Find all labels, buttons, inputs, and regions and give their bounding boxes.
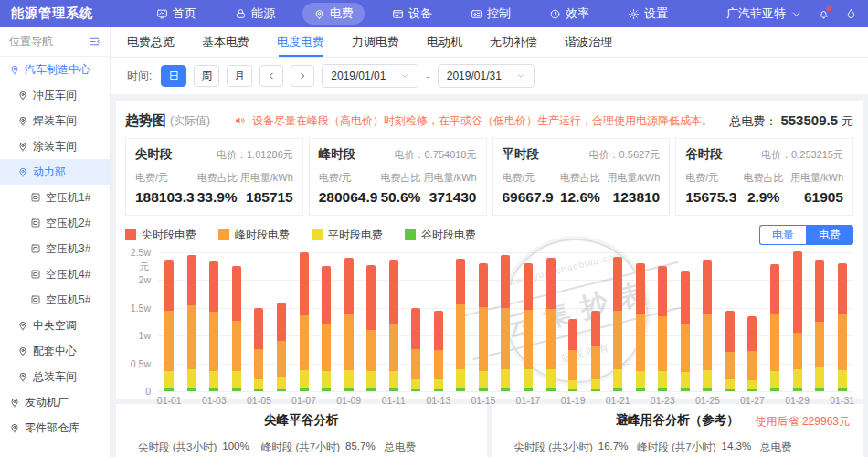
sidebar-item-汽车制造中心[interactable]: 汽车制造中心 xyxy=(0,57,110,82)
analysis-metric-header: 尖时段 (共3小时)16.7% xyxy=(514,441,618,454)
bar-segment-峰时段电费 xyxy=(613,311,622,369)
bar-segment-尖时段电费 xyxy=(501,255,510,308)
end-date-select[interactable]: 2019/01/31 xyxy=(438,64,535,88)
total-fee: 总电费： 553509.5 元 xyxy=(729,112,853,130)
time-mode-周[interactable]: 周 xyxy=(194,65,219,87)
bar-01-15: 01-15 xyxy=(472,252,495,391)
legend-item-谷时段电费[interactable]: 谷时段电费 xyxy=(405,228,476,243)
bar-segment-峰时段电费 xyxy=(546,309,556,369)
bar-01-03: 01-03 xyxy=(203,252,226,391)
bar-01-31: 01-31 xyxy=(831,252,853,391)
card-metric-value: 12.6% xyxy=(560,189,600,206)
bar-segment-尖时段电费 xyxy=(479,263,488,306)
card-header: 平时段电价：0.5627元 xyxy=(503,146,661,163)
bar-segment-峰时段电费 xyxy=(793,333,802,369)
next-period-button[interactable] xyxy=(291,65,314,87)
sidebar-item-label: 汽车制造中心 xyxy=(25,62,90,78)
bar-segment-谷时段电费 xyxy=(747,389,757,391)
bar-stack xyxy=(411,308,420,391)
bar-segment-谷时段电费 xyxy=(546,388,556,391)
bar-stack xyxy=(793,251,802,391)
bar-segment-峰时段电费 xyxy=(277,341,286,377)
tab-电度电费[interactable]: 电度电费 xyxy=(277,27,324,57)
pin-icon xyxy=(17,90,28,101)
notifications-bell-icon[interactable] xyxy=(818,8,830,20)
nav-item-能源[interactable]: 能源 xyxy=(224,3,286,25)
caret-right-icon xyxy=(298,71,307,80)
bar-segment-平时段电费 xyxy=(838,370,847,388)
card-period-name: 谷时段 xyxy=(685,146,723,163)
bar-segment-平时段电费 xyxy=(277,377,286,389)
bar-stack xyxy=(524,263,533,391)
legend-swatch xyxy=(405,229,416,240)
sidebar-item-空压机3#[interactable]: 空压机3# xyxy=(0,236,110,261)
user-menu[interactable]: 广汽菲亚特 xyxy=(726,5,802,22)
total-fee-label: 总电费： xyxy=(729,113,777,130)
time-mode-日[interactable]: 日 xyxy=(161,65,186,87)
time-mode-月[interactable]: 月 xyxy=(227,65,252,87)
start-date-select[interactable]: 2019/01/01 xyxy=(322,64,418,88)
sidebar-item-中央空调[interactable]: 中央空调 xyxy=(0,313,110,338)
bar-segment-谷时段电费 xyxy=(187,388,196,391)
toggle-电量[interactable]: 电量 xyxy=(759,225,806,245)
bar-segment-峰时段电费 xyxy=(411,349,420,378)
bar-stack xyxy=(568,319,577,391)
bar-01-09: 01-09 xyxy=(337,252,360,391)
bar-segment-平时段电费 xyxy=(546,369,556,388)
sidebar-item-发动机厂[interactable]: 发动机厂 xyxy=(0,389,110,415)
sidebar-item-冲压车间[interactable]: 冲压车间 xyxy=(0,82,110,108)
bar-segment-平时段电费 xyxy=(322,371,331,388)
y-tick: 2.5w xyxy=(131,247,151,258)
sidebar-item-空压机1#[interactable]: 空压机1# xyxy=(0,185,110,210)
tab-无功补偿[interactable]: 无功补偿 xyxy=(490,27,537,57)
machine-icon xyxy=(30,294,41,305)
tab-电费总览[interactable]: 电费总览 xyxy=(127,27,175,57)
sidebar-item-焊装车间[interactable]: 焊装车间 xyxy=(0,108,110,133)
pin-icon xyxy=(17,345,28,356)
sidebar-item-空压机4#[interactable]: 空压机4# xyxy=(0,261,110,287)
bar-segment-峰时段电费 xyxy=(501,308,510,369)
toggle-电费[interactable]: 电费 xyxy=(806,225,853,245)
prev-period-button[interactable] xyxy=(259,65,283,87)
sidebar-item-动力部[interactable]: 动力部 xyxy=(0,159,110,185)
bar-segment-谷时段电费 xyxy=(479,388,488,391)
tab-电动机[interactable]: 电动机 xyxy=(427,27,462,57)
sidebar-item-零件部仓库[interactable]: 零件部仓库 xyxy=(0,415,110,441)
location-tree: 汽车制造中心冲压车间焊装车间涂装车间动力部空压机1#空压机2#空压机3#空压机4… xyxy=(0,57,110,441)
legend-item-尖时段电费[interactable]: 尖时段电费 xyxy=(125,228,196,243)
bar-stack xyxy=(747,316,757,391)
analysis-metric-percent: 85.7% xyxy=(345,441,376,454)
bar-stack xyxy=(277,303,286,391)
bar-segment-峰时段电费 xyxy=(254,349,263,378)
tab-力调电费[interactable]: 力调电费 xyxy=(352,27,399,57)
bar-segment-峰时段电费 xyxy=(344,314,354,370)
chart-plot-area: www.yunjichaobiao.com 云集抄表 版权所有 01-0101-… xyxy=(158,252,853,391)
card-metric-value: 15675.3 xyxy=(685,189,736,206)
nav-item-设备[interactable]: 设备 xyxy=(381,3,443,25)
sidebar-item-配套中心[interactable]: 配套中心 xyxy=(0,338,110,364)
legend-item-平时段电费[interactable]: 平时段电费 xyxy=(312,228,383,243)
nav-item-控制[interactable]: 控制 xyxy=(460,3,522,25)
total-fee-value: 553509.5 xyxy=(780,112,838,128)
analysis-row: 尖峰平谷分析尖时段 (共3小时)100%峰时段 (共7小时)85.7%总电费55… xyxy=(116,404,863,457)
card-metric-label: 电费/元 xyxy=(135,171,195,185)
nav-item-效率[interactable]: 效率 xyxy=(538,3,600,25)
sidebar-item-空压机2#[interactable]: 空压机2# xyxy=(0,210,110,236)
sidebar-item-涂装车间[interactable]: 涂装车间 xyxy=(0,133,110,159)
tab-谐波治理[interactable]: 谐波治理 xyxy=(565,27,612,57)
water-drop-icon[interactable] xyxy=(845,8,857,20)
tab-基本电费[interactable]: 基本电费 xyxy=(202,27,249,57)
nav-item-首页[interactable]: 首页 xyxy=(145,3,207,25)
sidebar-item-总装车间[interactable]: 总装车间 xyxy=(0,364,110,389)
top-navbar: 能源管理系统 首页能源电费设备控制效率设置 广汽菲亚特 xyxy=(0,0,868,27)
nav-item-设置[interactable]: 设置 xyxy=(617,3,679,25)
nav-item-电费[interactable]: 电费 xyxy=(302,3,365,25)
bar-segment-峰时段电费 xyxy=(479,307,488,371)
content-area: 电费总览基本电费电度电费力调电费电动机无功补偿谐波治理 时间: 日周月 2019… xyxy=(110,27,868,457)
legend-item-峰时段电费[interactable]: 峰时段电费 xyxy=(218,228,290,243)
pin-icon xyxy=(17,115,28,126)
collapse-icon[interactable] xyxy=(89,36,101,48)
chevron-down-icon xyxy=(516,71,525,80)
bar-01-21: 01-21 xyxy=(607,252,630,391)
sidebar-item-空压机5#[interactable]: 空压机5# xyxy=(0,287,110,313)
